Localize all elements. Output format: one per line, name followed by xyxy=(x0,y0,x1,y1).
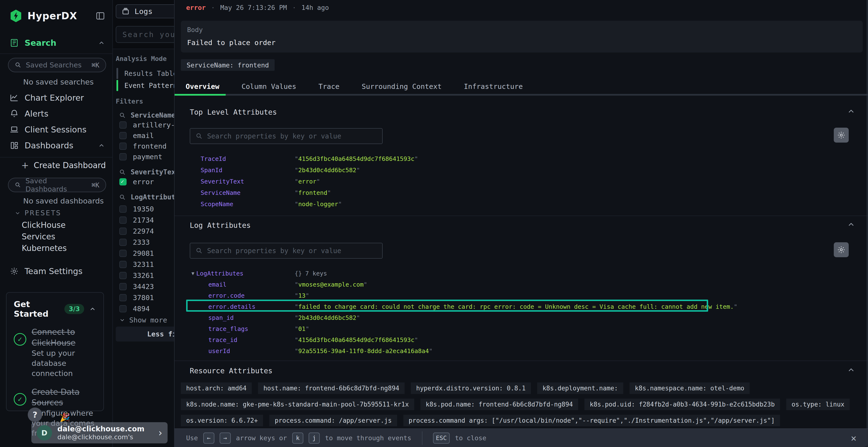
filter-option[interactable]: 19350 xyxy=(119,205,154,213)
resource-chip[interactable]: os.version: 6.6.72+ xyxy=(181,415,263,426)
mode-indicator xyxy=(117,68,118,79)
create-dashboard-button[interactable]: + Create Dashboard xyxy=(21,160,106,171)
attributes-settings-button[interactable] xyxy=(834,242,849,257)
filter-option[interactable]: 37801 xyxy=(119,294,154,302)
attribute-row[interactable]: trace_flags"01" xyxy=(191,323,854,334)
checkbox[interactable] xyxy=(119,294,127,301)
preset-clickhouse[interactable]: ClickHouse xyxy=(22,220,66,230)
presets-section-label[interactable]: PRESETS xyxy=(14,209,61,217)
resource-chip[interactable]: k8s.node.name: gke-pme-k8s-standard-main… xyxy=(181,399,414,410)
checkbox[interactable] xyxy=(119,132,127,139)
show-more-toggle[interactable]: Show more xyxy=(119,316,167,324)
filter-option[interactable]: 33261 xyxy=(119,271,154,280)
checkbox-checked[interactable] xyxy=(119,178,127,185)
checkbox[interactable] xyxy=(119,250,127,257)
caret-down-icon[interactable]: ▼ xyxy=(191,271,196,276)
resource-chip[interactable]: k8s.pod.uid: f284fb2d-a0b3-4634-991b-e2c… xyxy=(585,399,780,410)
hyperdx-logo-icon xyxy=(10,9,22,23)
tab-infrastructure[interactable]: Infrastructure xyxy=(453,79,534,94)
filter-option[interactable]: 21734 xyxy=(119,216,154,224)
resource-chip[interactable]: process.command args: ["/usr/local/bin/n… xyxy=(403,415,780,426)
checkbox[interactable] xyxy=(119,239,127,246)
saved-searches-input[interactable]: Saved Searches ⌘K xyxy=(8,58,106,72)
attribute-row[interactable]: trace_id"4156d3fbc40a64854d9dc7f68641593… xyxy=(191,334,854,345)
attribute-row[interactable]: ScopeName"node-logger" xyxy=(200,199,854,210)
attribute-row[interactable]: SeverityText"error" xyxy=(200,176,854,187)
collapse-section-icon[interactable] xyxy=(847,107,856,115)
attributes-settings-button[interactable] xyxy=(834,128,849,143)
sidebar-item-client-sessions[interactable]: Client Sessions xyxy=(10,123,105,136)
saved-dashboards-input[interactable]: Saved Dashboards ⌘K xyxy=(8,178,106,192)
sidebar-item-alerts[interactable]: Alerts xyxy=(10,107,105,121)
tab-surrounding-context[interactable]: Surrounding Context xyxy=(350,79,453,94)
help-button[interactable]: ? xyxy=(28,408,42,422)
close-icon[interactable]: ✕ xyxy=(851,433,857,443)
preset-services[interactable]: Services xyxy=(22,232,55,241)
resource-chip[interactable]: process.command: /app/server.js xyxy=(269,415,397,426)
checkbox[interactable] xyxy=(119,228,127,235)
resource-chip[interactable]: os.type: linux xyxy=(786,399,850,410)
filter-group-severitytext[interactable]: SeverityText xyxy=(119,168,179,176)
check-circle-icon: ✓ xyxy=(14,333,26,346)
scrollbar[interactable] xyxy=(867,0,868,447)
filter-option[interactable]: email xyxy=(119,132,154,140)
attribute-row[interactable]: SpanId"2b43d0c4dd6bc582" xyxy=(200,165,854,176)
cmd-k-shortcut: ⌘K xyxy=(91,181,99,189)
checkbox[interactable] xyxy=(119,143,127,150)
resource-chip[interactable]: host.arch: amd64 xyxy=(181,382,252,394)
sidebar-item-chart-explorer[interactable]: Chart Explorer xyxy=(10,91,105,105)
resource-chip[interactable]: k8s.deployment.name: xyxy=(537,382,623,394)
attribute-row[interactable]: userId"92a55156-39a4-11f0-8ddd-a2eca416a… xyxy=(191,345,854,356)
attribute-row[interactable]: email"vmoses@example.com" xyxy=(191,279,854,290)
filter-group-servicename[interactable]: ServiceName xyxy=(119,111,175,119)
checkbox[interactable] xyxy=(119,261,127,268)
checkbox[interactable] xyxy=(119,283,127,290)
collapse-section-icon[interactable] xyxy=(847,220,856,229)
properties-search-input[interactable]: Search properties by key or value xyxy=(190,243,383,259)
sidebar-item-search[interactable]: Search xyxy=(10,36,105,49)
service-tag[interactable]: ServiceName: frontend xyxy=(181,59,275,71)
attribute-row-highlighted[interactable]: error.details"failed to charge card: cou… xyxy=(191,301,854,312)
attribute-row[interactable]: TraceId"4156d3fbc40a64854d9dc7f68641593c… xyxy=(200,153,854,165)
filter-option-checked[interactable]: error xyxy=(119,178,154,186)
resource-chip[interactable]: k8s.namespace.name: otel-demo xyxy=(629,382,750,394)
checkbox[interactable] xyxy=(119,272,127,279)
filter-option[interactable]: 22974 xyxy=(119,227,154,235)
filter-option[interactable]: payment xyxy=(119,153,162,161)
tree-root-row[interactable]: ▼ LogAttributes {}7 keys xyxy=(191,268,854,279)
collapse-sidebar-icon[interactable] xyxy=(95,11,105,21)
mode-results-table[interactable]: Results Table xyxy=(117,68,177,79)
tab-trace[interactable]: Trace xyxy=(307,79,350,94)
filter-option[interactable]: frontend xyxy=(119,142,166,150)
checkbox[interactable] xyxy=(119,305,127,312)
filter-option[interactable]: 32311 xyxy=(119,260,154,269)
chevron-up-icon[interactable] xyxy=(98,39,105,46)
sidebar-item-team-settings[interactable]: Team Settings xyxy=(10,265,105,278)
tab-column-values[interactable]: Column Values xyxy=(230,79,307,94)
sidebar-item-dashboards[interactable]: Dashboards xyxy=(10,139,105,152)
collapse-section-icon[interactable] xyxy=(847,366,856,374)
chevron-up-icon[interactable] xyxy=(98,142,105,149)
attribute-row[interactable]: span_id"2b43d0c4dd6bc582" xyxy=(191,312,854,323)
user-team: dale@clickhouse.com's xyxy=(57,433,133,441)
filter-option[interactable]: 34423 xyxy=(119,282,154,291)
search-icon xyxy=(119,194,126,201)
checkbox[interactable] xyxy=(119,205,127,213)
properties-search-input[interactable]: Search properties by key or value xyxy=(190,128,383,144)
filter-option[interactable]: 29081 xyxy=(119,249,154,257)
onboarding-step[interactable]: ✓ Connect to ClickHouse Set up your data… xyxy=(14,327,96,379)
attribute-row[interactable]: ServiceName"frontend" xyxy=(200,187,854,199)
tab-overview[interactable]: Overview xyxy=(175,79,230,94)
user-menu[interactable]: D dale@clickhouse.com dale@clickhouse.co… xyxy=(31,422,167,443)
checkbox[interactable] xyxy=(119,153,127,161)
resource-chip[interactable]: k8s.pod.name: frontend-6b6c8d7bfd-ng894 xyxy=(421,399,578,410)
filter-option[interactable]: 2333 xyxy=(119,238,150,246)
filter-option[interactable]: 4894 xyxy=(119,305,150,313)
checkbox[interactable] xyxy=(119,216,127,224)
mode-event-patterns[interactable]: Event Patterns xyxy=(117,80,181,91)
resource-chip[interactable]: host.name: frontend-6b6c8d7bfd-ng894 xyxy=(258,382,405,394)
resource-chip[interactable]: hyperdx.distro.version: 0.8.1 xyxy=(411,382,531,394)
preset-kubernetes[interactable]: Kubernetes xyxy=(22,243,67,253)
chevron-up-icon[interactable] xyxy=(89,305,96,313)
checkbox[interactable] xyxy=(119,122,127,129)
